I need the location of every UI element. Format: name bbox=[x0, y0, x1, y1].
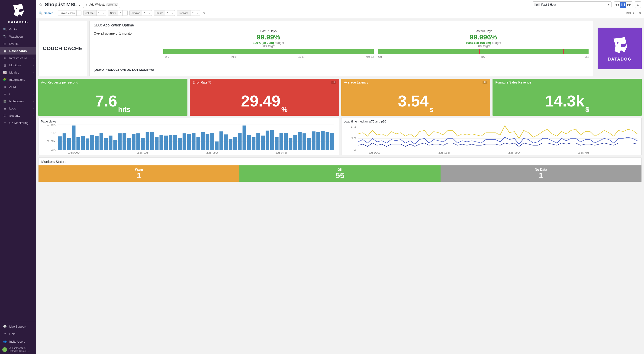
slo-bar bbox=[378, 49, 589, 54]
gear-icon[interactable]: ⚙ bbox=[638, 11, 641, 15]
pause-button[interactable]: ❚❚ bbox=[620, 2, 626, 8]
svg-text:15:15: 15:15 bbox=[438, 151, 450, 154]
add-widgets-button[interactable]: ＋ Add Widgets Cmd + E bbox=[83, 2, 120, 8]
time-badge: 1h bbox=[482, 81, 488, 84]
svg-rect-59 bbox=[284, 133, 288, 150]
kbd-hint: Cmd + E bbox=[106, 3, 118, 6]
image-widget-datadog[interactable]: DATADOG bbox=[598, 28, 642, 69]
svg-text:15:45: 15:45 bbox=[275, 151, 287, 154]
sidebar-item-ux-monitoring[interactable]: ✦UX Monitoring› bbox=[0, 119, 36, 126]
svg-rect-19 bbox=[100, 133, 103, 150]
svg-rect-16 bbox=[86, 138, 89, 150]
sidebar-footer-invite-users[interactable]: 👥Invite Users bbox=[0, 338, 36, 345]
svg-point-0 bbox=[16, 8, 17, 9]
svg-rect-47 bbox=[229, 139, 232, 150]
svg-rect-36 bbox=[178, 138, 182, 150]
query-value-average-latency[interactable]: Average Latency1h 3.54s bbox=[341, 79, 490, 116]
dashboard-title[interactable]: Shop.ist MSL ⌄ bbox=[45, 2, 81, 8]
sidebar-item-go-to-[interactable]: 🔍Go to... bbox=[0, 26, 36, 33]
sidebar-item-ci[interactable]: ∞CI› bbox=[0, 90, 36, 98]
svg-rect-46 bbox=[224, 134, 228, 150]
svg-text:1k: 1k bbox=[50, 132, 56, 134]
chevron-right-icon: › bbox=[33, 86, 34, 88]
chevron-right-icon: › bbox=[33, 50, 34, 52]
playback-controls: ◀◀ ❚❚ ▶▶ bbox=[614, 2, 632, 8]
svg-rect-33 bbox=[164, 136, 168, 150]
sidebar-item-logs[interactable]: ≣Logs› bbox=[0, 105, 36, 112]
search-link[interactable]: 🔍 Search... bbox=[39, 11, 56, 15]
image-widget-couch-cache[interactable]: COUCH CACHE bbox=[38, 21, 87, 76]
chevron-right-icon: › bbox=[33, 108, 34, 110]
template-var-env[interactable]: $env*▾ bbox=[108, 10, 128, 16]
query-value-avg-requests-per-second[interactable]: Avg Requests per second 7.6hits bbox=[38, 79, 188, 116]
svg-rect-18 bbox=[95, 136, 98, 150]
invite-icon: 👥 bbox=[2, 340, 8, 343]
svg-rect-56 bbox=[270, 130, 274, 150]
monitors-status-widget[interactable]: Monitors Status Warn1OK55No Data1 bbox=[38, 158, 642, 182]
svg-rect-24 bbox=[122, 133, 126, 150]
brand-logo[interactable]: DATADOG bbox=[0, 0, 36, 26]
favorite-star-icon[interactable]: ☆ bbox=[39, 2, 42, 7]
time-label: Past 1 Hour bbox=[541, 3, 606, 6]
monitor-status-ok[interactable]: OK55 bbox=[240, 166, 440, 182]
load-time-chart[interactable]: Load time median, p75 and p90 0102015:00… bbox=[341, 118, 642, 155]
slo-overall-text: Overall uptime of 1 monitor bbox=[94, 32, 159, 35]
caret-down-icon: ▾ bbox=[170, 10, 175, 16]
svg-rect-41 bbox=[201, 132, 204, 150]
svg-text:0.5k: 0.5k bbox=[47, 140, 56, 143]
sidebar-item-dashboards[interactable]: ▣Dashboards› bbox=[0, 47, 36, 54]
svg-rect-10 bbox=[58, 136, 62, 150]
step-forward-button[interactable]: ▶▶ bbox=[626, 2, 632, 8]
user-menu[interactable]: karl.kalash@d...Datadog Demo (... bbox=[0, 345, 36, 354]
sidebar-item-security[interactable]: 🛡Security› bbox=[0, 112, 36, 119]
monitor-status-nodata[interactable]: No Data1 bbox=[440, 166, 642, 182]
svg-rect-64 bbox=[307, 138, 311, 150]
sidebar: DATADOG 🔍Go to...🔭Watchdog▤Events›▣Dashb… bbox=[0, 0, 36, 354]
caret-down-icon: ▾ bbox=[195, 10, 200, 16]
caret-down-icon: ▾ bbox=[147, 10, 152, 16]
query-value-furniture-sales-revenue[interactable]: Furniture Sales Revenue 14.3k$ bbox=[492, 79, 642, 116]
zoom-out-button[interactable]: ⊖ bbox=[635, 2, 641, 8]
chevron-right-icon: › bbox=[33, 72, 34, 74]
time-badge: 1h bbox=[534, 3, 540, 6]
page-views-chart[interactable]: Page views 0k0.5k1k1.5k15:0015:1515:3015… bbox=[38, 118, 339, 155]
brand-name: DATADOG bbox=[8, 20, 28, 24]
svg-rect-12 bbox=[67, 138, 71, 150]
sidebar-footer-help[interactable]: ？Help bbox=[0, 330, 36, 338]
sidebar-item-integrations[interactable]: 🧩Integrations› bbox=[0, 76, 36, 83]
avatar bbox=[2, 347, 7, 352]
sidebar-item-metrics[interactable]: 📈Metrics› bbox=[0, 69, 36, 76]
header-top: ☆ Shop.ist MSL ⌄ ＋ Add Widgets Cmd + E 1… bbox=[36, 0, 644, 9]
step-back-button[interactable]: ◀◀ bbox=[614, 2, 620, 8]
sidebar-footer-live-support[interactable]: 💬Live Support bbox=[0, 323, 36, 330]
svg-rect-44 bbox=[215, 142, 218, 150]
sidebar-item-watchdog[interactable]: 🔭Watchdog bbox=[0, 33, 36, 40]
svg-rect-60 bbox=[288, 138, 292, 150]
template-var-service[interactable]: $service*▾ bbox=[177, 10, 200, 16]
ci-icon: ∞ bbox=[2, 92, 8, 96]
template-var-cluster[interactable]: $cluster*▾ bbox=[83, 10, 106, 16]
monitor-status-warn[interactable]: Warn1 bbox=[38, 166, 240, 182]
svg-rect-29 bbox=[146, 132, 150, 150]
saved-views-dropdown[interactable]: Saved Views ▾ bbox=[58, 10, 82, 16]
template-var-team[interactable]: $team*▾ bbox=[154, 10, 175, 16]
time-range-picker[interactable]: 1h Past 1 Hour ▾ bbox=[533, 2, 612, 8]
sidebar-item-monitors[interactable]: ◎Monitors› bbox=[0, 62, 36, 69]
sidebar-item-apm[interactable]: ≋APM› bbox=[0, 83, 36, 90]
sidebar-item-notebooks[interactable]: 📓Notebooks› bbox=[0, 98, 36, 105]
sidebar-item-events[interactable]: ▤Events› bbox=[0, 40, 36, 47]
svg-rect-62 bbox=[298, 132, 302, 150]
slo-widget[interactable]: SLO: Application Uptime Overall uptime o… bbox=[89, 21, 593, 76]
time-badge: 1d bbox=[331, 81, 336, 84]
edit-filters-icon[interactable]: ✎ bbox=[203, 11, 206, 15]
template-var-region[interactable]: $region*▾ bbox=[130, 10, 152, 16]
chevron-right-icon: › bbox=[33, 114, 34, 117]
notebook-icon: 📓 bbox=[2, 100, 8, 103]
svg-text:0: 0 bbox=[353, 148, 356, 151]
keyboard-icon[interactable]: ⌨ bbox=[626, 11, 631, 15]
chevron-right-icon: › bbox=[33, 57, 34, 60]
sidebar-item-infrastructure[interactable]: ⚛Infrastructure› bbox=[0, 54, 36, 62]
query-value-error-rate-[interactable]: Error Rate %1d 29.49% bbox=[190, 79, 339, 116]
svg-rect-43 bbox=[210, 133, 214, 150]
tv-mode-icon[interactable]: 🖵 bbox=[633, 11, 636, 15]
